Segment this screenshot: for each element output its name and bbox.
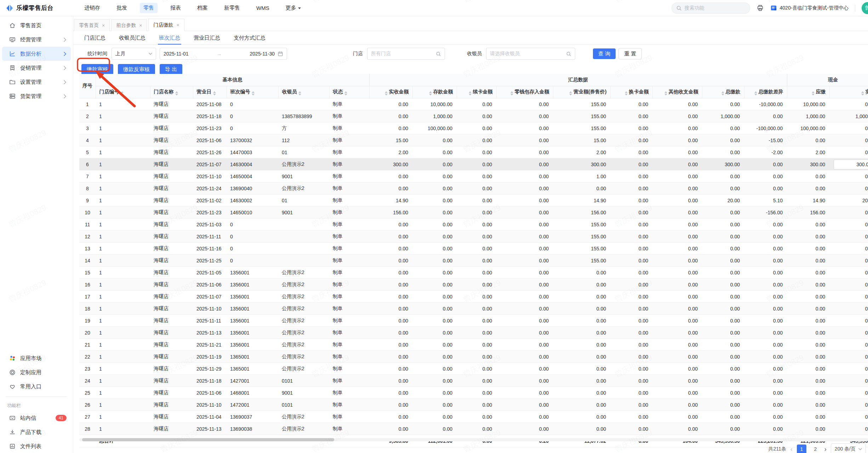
table-row[interactable]: 31海曙店2025-11-230方制单0.00100,000.000.000.0… bbox=[79, 122, 868, 134]
cell-total_pay[interactable]: 0.00 bbox=[702, 375, 744, 387]
col-paid_in[interactable]: 实收金额 bbox=[369, 86, 412, 98]
cell-total_pay[interactable]: 0.00 bbox=[702, 399, 744, 411]
sidebar-item-常用入口[interactable]: 常用入口 bbox=[2, 379, 71, 394]
sidebar-item-促销管理[interactable]: 促销管理 bbox=[2, 61, 71, 75]
table-row[interactable]: 41海曙店2025-11-0613700032112制单15.000.000.0… bbox=[79, 134, 868, 146]
time-preset-select[interactable]: 上月 bbox=[112, 48, 156, 60]
cell-total_pay[interactable]: 0.00 bbox=[702, 339, 744, 351]
table-row[interactable]: 11海曙店2025-11-080制单0.0010,000.000.000.001… bbox=[79, 98, 868, 110]
tab-零售首页[interactable]: 零售首页× bbox=[74, 19, 110, 31]
table-row[interactable]: 51海曙店2025-11-261447000301制单2.000.000.000… bbox=[79, 146, 868, 158]
nav-item-进销存[interactable]: 进销存 bbox=[81, 3, 104, 13]
table-row[interactable]: 211海曙店2025-11-211356001公用演示2制单0.000.000.… bbox=[79, 339, 868, 351]
cell-total_pay[interactable]: 0.00 bbox=[702, 122, 744, 134]
close-icon[interactable]: × bbox=[176, 22, 179, 28]
nav-item-更多[interactable]: 更多 bbox=[282, 3, 304, 13]
cell-paid_in[interactable]: 14.90 bbox=[369, 194, 412, 207]
table-row[interactable]: 171海曙店2025-11-071356001公用演示2制单0.000.000.… bbox=[79, 291, 868, 303]
page-button-2[interactable]: 2 bbox=[811, 445, 820, 453]
sidebar-item-站内信[interactable]: 站内信41 bbox=[2, 411, 71, 425]
sidebar-item-产品下载[interactable]: 产品下载 bbox=[2, 425, 71, 439]
cell-paid_in[interactable]: 156.00 bbox=[369, 207, 412, 219]
col-renew_card[interactable]: 续卡金额 bbox=[457, 86, 496, 98]
cell-total_pay[interactable]: 0.00 bbox=[702, 243, 744, 255]
subtab-班次汇总[interactable]: 班次汇总 bbox=[152, 31, 187, 45]
subtab-支付方式汇总[interactable]: 支付方式汇总 bbox=[227, 31, 272, 45]
col-actual[interactable]: 实缴 bbox=[829, 86, 868, 98]
cell-total_pay[interactable]: 0.00 bbox=[702, 146, 744, 158]
page-size-select[interactable]: 200 条/页 bbox=[831, 443, 866, 453]
payment-unaudit-button[interactable]: 缴款反审核 bbox=[118, 64, 155, 75]
table-row[interactable]: 161海曙店2025-11-061356001公用演示2制单0.000.000.… bbox=[79, 279, 868, 291]
sidebar-item-应用市场[interactable]: 应用市场 bbox=[2, 351, 71, 365]
col-deposit[interactable]: 存款金额 bbox=[412, 86, 457, 98]
col-due[interactable]: 应缴 bbox=[787, 86, 829, 98]
col-shift_no[interactable]: 班次编号 bbox=[227, 86, 278, 98]
cell-deposit[interactable]: 1,000.00 bbox=[412, 110, 457, 122]
avatar[interactable]: 曾 bbox=[862, 2, 868, 14]
cell-total_pay[interactable]: 20.00 bbox=[702, 194, 744, 207]
cell-total_pay[interactable]: 0.00 bbox=[702, 219, 744, 231]
nav-item-新零售[interactable]: 新零售 bbox=[221, 3, 244, 13]
col-cashier[interactable]: 收银员 bbox=[278, 86, 329, 98]
cell-deposit[interactable]: 10,000.00 bbox=[412, 98, 457, 110]
cell-total_pay[interactable]: 0.00 bbox=[702, 231, 744, 243]
close-icon[interactable]: × bbox=[139, 23, 142, 28]
cell-total_pay[interactable]: 0.00 bbox=[702, 387, 744, 399]
sidebar-item-设置管理[interactable]: 设置管理 bbox=[2, 75, 71, 89]
table-row[interactable]: 201海曙店2025-11-131356001公用演示2制单0.000.000.… bbox=[79, 327, 868, 339]
cell-deposit[interactable]: 100,000.00 bbox=[412, 122, 457, 134]
cell-total_pay[interactable]: 0.00 bbox=[702, 279, 744, 291]
table-row[interactable]: 281海曙店2025-11-1313690038公用演示2制单0.000.000… bbox=[79, 423, 868, 435]
table-row[interactable]: 191海曙店2025-11-111356001公用演示2制单0.000.000.… bbox=[79, 315, 868, 327]
sidebar-item-零售首页[interactable]: 零售首页 bbox=[2, 18, 71, 33]
table-row[interactable]: 151海曙店2025-11-051356001公用演示2制单0.000.000.… bbox=[79, 267, 868, 279]
cell-total_pay[interactable]: 0.00 bbox=[702, 291, 744, 303]
nav-item-档案[interactable]: 档案 bbox=[194, 3, 211, 13]
col-status[interactable]: 状态 bbox=[329, 86, 369, 98]
col-revenue[interactable]: 营业额(券售价) bbox=[553, 86, 610, 98]
query-button[interactable]: 查 询 bbox=[593, 48, 616, 59]
actual-amount-input[interactable]: 300.00 bbox=[834, 159, 868, 169]
sidebar-item-经营管理[interactable]: 经营管理 bbox=[2, 33, 71, 47]
cell-total_pay[interactable]: 0.00 bbox=[702, 327, 744, 339]
cell-total_pay[interactable]: 0.00 bbox=[702, 267, 744, 279]
date-range-input[interactable]: 2025-11-01 → 2025-11-30 bbox=[160, 48, 287, 60]
store-input[interactable]: 所有门店 bbox=[367, 48, 445, 60]
table-row[interactable]: 61海曙店2025-11-0714630004公用演示2制单300.000.00… bbox=[79, 158, 868, 170]
table-row[interactable]: 181海曙店2025-11-101356001公用演示2制单0.000.000.… bbox=[79, 303, 868, 315]
cell-total_pay[interactable]: 0.00 bbox=[702, 411, 744, 423]
tab-门店缴款[interactable]: 门店缴款× bbox=[148, 19, 184, 31]
subtab-营业日汇总[interactable]: 营业日汇总 bbox=[187, 31, 227, 45]
nav-item-零售[interactable]: 零售 bbox=[140, 3, 158, 13]
scrollbar-thumb[interactable] bbox=[82, 438, 334, 441]
cell-total_pay[interactable]: 0.00 bbox=[702, 170, 744, 182]
sidebar-item-文件列表[interactable]: 文件列表 bbox=[2, 439, 71, 453]
table-row[interactable]: 261海曙店2025-11-1014720010101制单0.000.000.0… bbox=[79, 399, 868, 411]
cell-total_pay[interactable]: 0.00 bbox=[702, 303, 744, 315]
cell-total_pay[interactable]: 300.00 bbox=[702, 158, 744, 170]
reset-button[interactable]: 重 置 bbox=[618, 48, 642, 59]
subtab-收银员汇总[interactable]: 收银员汇总 bbox=[112, 31, 152, 45]
page-button-1[interactable]: 1 bbox=[797, 445, 806, 453]
cell-paid_in[interactable]: 2.00 bbox=[369, 146, 412, 158]
col-store_name[interactable]: 门店名称 bbox=[150, 86, 193, 98]
nav-item-批发[interactable]: 批发 bbox=[113, 3, 131, 13]
cell-total_pay[interactable]: 0.00 bbox=[702, 134, 744, 146]
table-row[interactable]: 231海曙店2025-11-291365001公用演示2制单0.000.000.… bbox=[79, 363, 868, 375]
cell-total_pay[interactable]: 0.00 bbox=[702, 315, 744, 327]
col-pay_diff[interactable]: 总缴款差异 bbox=[744, 86, 787, 98]
col-biz_date[interactable]: 营业日 bbox=[193, 86, 227, 98]
export-button[interactable]: 导 出 bbox=[160, 64, 182, 75]
cell-paid_in[interactable]: 15.00 bbox=[369, 134, 412, 146]
close-icon[interactable]: × bbox=[102, 23, 105, 28]
tenant-selector[interactable]: 4020-喜临门零食测试-管理中心 bbox=[770, 5, 849, 11]
sidebar-item-定制应用[interactable]: 定制应用 bbox=[2, 365, 71, 379]
col-total_pay[interactable]: 总缴款 bbox=[702, 86, 744, 98]
table-row[interactable]: 141海曙店2025-11-250制单0.000.000.000.00155.0… bbox=[79, 255, 868, 267]
prev-page-icon[interactable]: ‹ bbox=[790, 446, 793, 453]
cell-total_pay[interactable]: 0.00 bbox=[702, 182, 744, 194]
printer-icon[interactable] bbox=[756, 4, 764, 12]
cell-total_pay[interactable]: 0.00 bbox=[702, 207, 744, 219]
table-row[interactable]: 91海曙店2025-11-021463000201制单14.900.000.00… bbox=[79, 194, 868, 207]
